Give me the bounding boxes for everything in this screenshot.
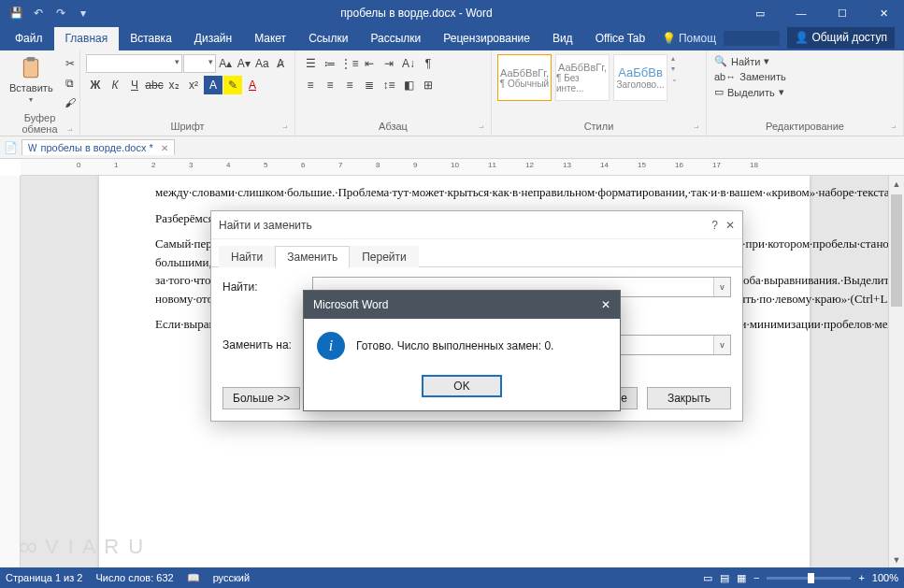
paragraph[interactable]: между·словами·слишком·большие.·Проблема·… (155, 183, 772, 202)
view-read-icon[interactable]: ▭ (703, 572, 712, 584)
style-normal[interactable]: АаБбВвГг, ¶ Обычный (497, 54, 552, 101)
replace-button[interactable]: ab↔Заменить (712, 70, 897, 83)
numbering-button[interactable]: ≔ (321, 54, 339, 73)
superscript-button[interactable]: x² (184, 76, 203, 94)
status-proofing-icon[interactable]: 📖 (187, 572, 200, 584)
zoom-out-icon[interactable]: − (753, 572, 759, 583)
tab-officetab[interactable]: Office Tab (584, 27, 657, 50)
dlg-tab-goto[interactable]: Перейти (350, 246, 419, 267)
shading-button[interactable]: ◧ (399, 76, 418, 94)
line-spacing-button[interactable]: ↕≡ (380, 76, 398, 94)
undo-icon[interactable]: ↶ (28, 3, 49, 23)
view-print-icon[interactable]: ▤ (720, 572, 729, 584)
highlight-button[interactable]: ✎ (223, 76, 242, 94)
cut-icon[interactable]: ✂ (61, 54, 79, 73)
redo-icon[interactable]: ↷ (50, 3, 71, 23)
increase-indent-button[interactable]: ⇥ (380, 54, 398, 73)
change-case-icon[interactable]: Aa (253, 54, 271, 73)
find-button[interactable]: 🔍Найти ▾ (712, 54, 897, 68)
group-font: A▴ A▾ Aa A̷ Ж К Ч abc x₂ x² A ✎ A Шрифт (80, 50, 295, 136)
select-button[interactable]: ▭Выделить ▾ (712, 85, 897, 99)
styles-more-icon[interactable]: ⌄ (671, 75, 678, 83)
styles-up-icon[interactable]: ▴ (671, 54, 678, 63)
vertical-scrollbar[interactable]: ▲ ▼ (888, 176, 904, 567)
chevron-down-icon[interactable]: v (713, 278, 730, 296)
grow-font-icon[interactable]: A▴ (217, 54, 235, 73)
tab-mailings[interactable]: Рассылки (359, 27, 432, 50)
chevron-down-icon[interactable]: v (713, 336, 730, 354)
paste-button[interactable]: Вставить ▾ (6, 54, 57, 106)
dialog-close-icon[interactable]: ✕ (725, 219, 735, 232)
strikethrough-button[interactable]: abc (145, 76, 164, 94)
tab-design[interactable]: Дизайн (183, 27, 243, 50)
justify-button[interactable]: ≣ (360, 76, 379, 94)
close-button[interactable]: ✕ (863, 0, 904, 26)
account-pill[interactable] (724, 31, 780, 46)
dialog-titlebar[interactable]: Найти и заменить ? ✕ (211, 211, 742, 239)
group-clipboard: Вставить ▾ ✂ ⧉ 🖌 Буфер обмена (0, 50, 80, 136)
styles-down-icon[interactable]: ▾ (671, 65, 678, 73)
align-center-button[interactable]: ≡ (321, 76, 339, 94)
close-tab-icon[interactable]: ✕ (161, 143, 168, 153)
italic-button[interactable]: К (106, 76, 124, 94)
align-left-button[interactable]: ≡ (301, 76, 320, 94)
show-marks-button[interactable]: ¶ (419, 54, 438, 73)
tab-view[interactable]: Вид (541, 27, 584, 50)
style-heading1[interactable]: АаБбВв Заголово... (613, 54, 667, 101)
tell-me[interactable]: 💡 Помощ (662, 32, 716, 45)
font-family-combo[interactable] (86, 54, 182, 73)
message-close-icon[interactable]: ✕ (601, 298, 610, 311)
minimize-button[interactable]: — (781, 0, 822, 26)
tab-home[interactable]: Главная (54, 27, 120, 50)
save-icon[interactable]: 💾 (6, 3, 26, 23)
message-titlebar[interactable]: Microsoft Word ✕ (304, 291, 620, 319)
status-language[interactable]: русский (213, 572, 250, 583)
status-page[interactable]: Страница 1 из 2 (6, 572, 82, 583)
tab-file[interactable]: Файл (4, 27, 54, 50)
horizontal-ruler[interactable]: 0123456789101112131415161718 (21, 159, 904, 176)
view-web-icon[interactable]: ▦ (737, 572, 746, 584)
ok-button[interactable]: OK (422, 375, 502, 397)
status-words[interactable]: Число слов: 632 (95, 572, 173, 583)
document-tab[interactable]: W пробелы в ворде.docx * ✕ (22, 139, 175, 155)
borders-button[interactable]: ⊞ (419, 76, 438, 94)
text-effects-button[interactable]: A (204, 76, 222, 94)
bullets-button[interactable]: ☰ (301, 54, 320, 73)
vertical-ruler[interactable] (0, 176, 21, 567)
maximize-button[interactable]: ☐ (822, 0, 863, 26)
qat-more-icon[interactable]: ▾ (73, 3, 93, 23)
scroll-thumb[interactable] (891, 194, 902, 307)
dialog-help-icon[interactable]: ? (711, 219, 718, 232)
zoom-level[interactable]: 100% (872, 572, 898, 583)
align-right-button[interactable]: ≡ (340, 76, 359, 94)
clear-format-icon[interactable]: A̷ (272, 54, 290, 73)
scroll-up-icon[interactable]: ▲ (889, 176, 904, 192)
tab-references[interactable]: Ссылки (297, 27, 359, 50)
message-box: Microsoft Word ✕ i Готово. Число выполне… (303, 290, 621, 411)
more-button[interactable]: Больше >> (222, 387, 300, 409)
close-dialog-button[interactable]: Закрыть (647, 387, 731, 409)
share-button[interactable]: 👤 Общий доступ (787, 27, 895, 49)
tab-insert[interactable]: Вставка (119, 27, 183, 50)
font-color-button[interactable]: A (243, 76, 262, 94)
sort-button[interactable]: A↓ (399, 54, 418, 73)
copy-icon[interactable]: ⧉ (61, 74, 79, 93)
zoom-slider[interactable] (767, 577, 851, 580)
multilevel-button[interactable]: ⋮≡ (340, 54, 359, 73)
ribbon-options-icon[interactable]: ▭ (739, 0, 781, 26)
scroll-down-icon[interactable]: ▼ (889, 552, 904, 567)
font-size-combo[interactable] (183, 54, 216, 73)
tab-review[interactable]: Рецензирование (432, 27, 541, 50)
tab-layout[interactable]: Макет (243, 27, 297, 50)
subscript-button[interactable]: x₂ (165, 76, 183, 94)
shrink-font-icon[interactable]: A▾ (236, 54, 253, 73)
format-painter-icon[interactable]: 🖌 (61, 93, 79, 112)
title-bar: 💾 ↶ ↷ ▾ пробелы в ворде.docx - Word ▭ — … (0, 0, 904, 26)
style-nospacing[interactable]: АаБбВвГг, ¶ Без инте... (555, 54, 610, 101)
bold-button[interactable]: Ж (86, 76, 105, 94)
dlg-tab-replace[interactable]: Заменить (275, 246, 350, 267)
decrease-indent-button[interactable]: ⇤ (360, 54, 379, 73)
dlg-tab-find[interactable]: Найти (219, 246, 275, 267)
underline-button[interactable]: Ч (125, 76, 144, 94)
zoom-in-icon[interactable]: + (858, 572, 864, 583)
